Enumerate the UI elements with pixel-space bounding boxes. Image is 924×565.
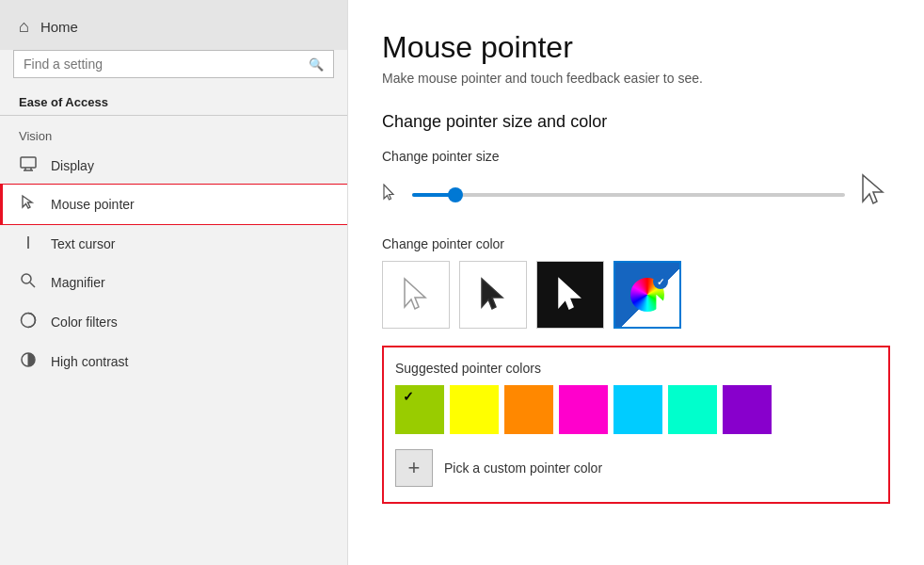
sidebar-item-magnifier[interactable]: Magnifier xyxy=(0,263,347,302)
slider-thumb[interactable] xyxy=(448,187,463,202)
pointer-size-slider[interactable] xyxy=(412,193,845,197)
display-icon xyxy=(19,156,38,175)
page-subtitle: Make mouse pointer and touch feedback ea… xyxy=(382,71,890,86)
pointer-size-slider-row xyxy=(382,173,890,216)
sidebar-item-text-cursor[interactable]: I Text cursor xyxy=(0,224,347,263)
swatch-check-0: ✓ xyxy=(403,389,414,404)
suggested-colors-row: ✓ xyxy=(395,385,877,434)
sidebar-item-high-contrast[interactable]: High contrast xyxy=(0,342,347,381)
magnifier-icon xyxy=(19,272,38,293)
sidebar-item-mouse-pointer-label: Mouse pointer xyxy=(51,197,135,212)
sidebar-item-mouse-pointer[interactable]: Mouse pointer xyxy=(0,185,347,224)
cursor-large-icon xyxy=(860,173,890,216)
search-box[interactable]: 🔍 xyxy=(13,50,334,78)
suggested-title: Suggested pointer colors xyxy=(395,361,877,376)
sidebar-item-high-contrast-label: High contrast xyxy=(51,354,128,369)
text-cursor-icon: I xyxy=(19,234,38,253)
section-heading: Change pointer size and color xyxy=(382,112,890,132)
sidebar-item-display-label: Display xyxy=(51,158,94,173)
sidebar-item-display[interactable]: Display xyxy=(0,147,347,185)
swatch-1[interactable] xyxy=(450,385,499,434)
sidebar-item-text-cursor-label: Text cursor xyxy=(51,236,115,251)
home-nav-item[interactable]: ⌂ Home xyxy=(0,0,347,50)
color-wheel-checkmark: ✓ xyxy=(653,274,668,289)
sidebar-item-magnifier-label: Magnifier xyxy=(51,275,105,290)
color-option-white[interactable] xyxy=(382,261,450,329)
svg-point-4 xyxy=(22,274,31,283)
high-contrast-icon xyxy=(19,351,38,372)
color-label: Change pointer color xyxy=(382,236,890,251)
sidebar-group-vision: Vision xyxy=(0,121,347,147)
size-label: Change pointer size xyxy=(382,149,890,164)
swatch-0[interactable]: ✓ xyxy=(395,385,444,434)
color-option-black[interactable] xyxy=(459,261,527,329)
color-option-inverted[interactable] xyxy=(536,261,604,329)
swatch-3[interactable] xyxy=(559,385,608,434)
color-option-custom[interactable]: ✓ xyxy=(613,261,681,329)
home-icon: ⌂ xyxy=(19,17,29,37)
color-options: ✓ xyxy=(382,261,890,329)
custom-color-label: Pick a custom pointer color xyxy=(444,460,602,476)
swatch-2[interactable] xyxy=(504,385,553,434)
search-icon: 🔍 xyxy=(309,57,324,72)
sidebar-divider xyxy=(0,115,347,116)
home-label: Home xyxy=(40,19,78,35)
swatch-5[interactable] xyxy=(668,385,717,434)
plus-icon: + xyxy=(395,449,433,487)
custom-color-row[interactable]: + Pick a custom pointer color xyxy=(395,445,877,491)
suggested-colors-box: Suggested pointer colors ✓ + Pick a cust… xyxy=(382,346,890,504)
swatch-6[interactable] xyxy=(723,385,772,434)
page-title: Mouse pointer xyxy=(382,30,890,65)
svg-rect-0 xyxy=(21,157,36,168)
sidebar-item-color-filters[interactable]: Color filters xyxy=(0,302,347,342)
cursor-small-icon xyxy=(382,184,397,206)
swatch-4[interactable] xyxy=(613,385,662,434)
color-filters-icon xyxy=(19,312,38,332)
sidebar-item-color-filters-label: Color filters xyxy=(51,315,118,330)
sidebar: ⌂ Home 🔍 Ease of Access Vision Display M… xyxy=(0,0,348,565)
main-content: Mouse pointer Make mouse pointer and tou… xyxy=(348,0,924,565)
mouse-pointer-icon xyxy=(19,194,38,215)
search-input[interactable] xyxy=(24,56,301,72)
svg-line-5 xyxy=(30,282,35,287)
sidebar-section-title: Ease of Access xyxy=(0,88,347,115)
